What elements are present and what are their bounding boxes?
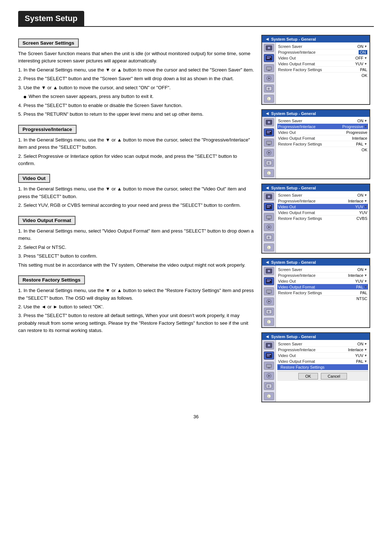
osd-panel-3: ◄ System Setup - General ⚙ 1 Screen Save… xyxy=(261,184,370,254)
svg-text:⚙: ⚙ xyxy=(268,162,270,164)
osd-row-4-6: NTSC xyxy=(277,296,368,301)
osd-row-2-3: Video Out Progressive xyxy=(277,130,368,135)
osd-row-2-4: Video Output Format Interlace xyxy=(277,135,368,141)
svg-text:1: 1 xyxy=(268,320,270,324)
screen-saver-bullet-text: When the screen saver appears, press any… xyxy=(29,93,154,100)
rf-para-1: 1. In the General Settings menu, use the… xyxy=(18,287,255,302)
osd-row-5-1: Screen Saver ON ▼ xyxy=(277,341,368,347)
osd-row-2-1: Screen Saver ON ▼ xyxy=(277,118,368,124)
svg-rect-19 xyxy=(268,144,270,145)
svg-point-14 xyxy=(268,121,270,123)
svg-point-40 xyxy=(268,270,270,272)
osd-row-3-2: Progressive/Interlace Interlace ▼ xyxy=(277,198,368,204)
osd-body-5: ⚙ 1 Screen Saver ON ▼ Progressive/Interl… xyxy=(262,340,369,402)
screen-saver-para-2: 2. Press the "SELECT" button and the "Sc… xyxy=(18,75,255,82)
osd-row-1-6: OK xyxy=(277,73,368,78)
svg-rect-29 xyxy=(267,205,271,206)
svg-rect-31 xyxy=(266,216,271,219)
restore-factory-heading: Restore Factory Settings xyxy=(18,275,85,284)
screen-saver-para-1: 1. In the General Settings menu, use the… xyxy=(18,66,255,74)
svg-point-27 xyxy=(268,196,270,198)
osd-icon-1d xyxy=(264,74,274,82)
osd-panel-5: ◄ System Setup - General ⚙ 1 Screen Save… xyxy=(261,332,370,402)
video-output-format-heading: Video Output Format xyxy=(18,216,75,225)
osd-icon-3d xyxy=(264,223,274,231)
osd-title-2: ◄ System Setup - General xyxy=(262,110,369,117)
svg-text:1: 1 xyxy=(268,172,270,175)
info-icon: ℹ xyxy=(278,365,279,369)
osd-row-1-2: Progressive/Interlace ON xyxy=(277,49,368,55)
svg-text:1: 1 xyxy=(268,97,270,100)
osd-row-1-1: Screen Saver ON ▼ xyxy=(277,44,368,49)
osd-icon-3c xyxy=(264,213,274,221)
osd-sidebar-1: ⚙ 1 xyxy=(262,42,276,104)
osd-row-4-1: Screen Saver ON ▼ xyxy=(277,267,368,272)
osd-title-text-5: System Setup - General xyxy=(271,335,316,339)
osd-row-2-5: Restore Factory Settings PAL ▼ xyxy=(277,141,368,147)
osd-panel-2: ◄ System Setup - General ⚙ 1 Screen Save… xyxy=(261,109,370,179)
osd-arrow-icon-5: ◄ xyxy=(265,334,270,339)
osd-icon-1e: ⚙ xyxy=(264,85,274,93)
osd-icon-1a xyxy=(264,44,274,52)
svg-rect-18 xyxy=(266,141,271,144)
progressive-para-1: 1. In the General Settings menu, use the… xyxy=(18,136,255,151)
osd-icon-5a xyxy=(264,341,274,349)
osd-sidebar-5: ⚙ 1 xyxy=(262,340,276,402)
osd-row-5-2: Progressive/Interlace Interlace ▼ xyxy=(277,347,368,353)
svg-rect-45 xyxy=(268,293,270,294)
video-out-para-2: 2. Select YUV, RGB or CVBS terminal acco… xyxy=(18,202,255,209)
progressive-para-2: 2. Select Progressive or Interlace optio… xyxy=(18,153,255,168)
svg-text:1: 1 xyxy=(268,395,270,398)
osd-content-2: Screen Saver ON ▼ Progressive/Interlace … xyxy=(276,117,369,178)
section-screen-saver: Screen Saver Settings The Screen Saver f… xyxy=(18,35,255,118)
screen-saver-para-0: The Screen Saver function means that whe… xyxy=(18,50,255,65)
svg-text:⚙: ⚙ xyxy=(268,87,270,90)
osd-icon-5f: 1 xyxy=(264,392,274,400)
svg-rect-43 xyxy=(267,281,270,282)
osd-row-3-1: Screen Saver ON ▼ xyxy=(277,192,368,198)
bullet-icon: ● xyxy=(23,93,27,100)
svg-rect-57 xyxy=(266,364,271,368)
vof-para-2: 2. Select Pal or NTSC. xyxy=(18,244,255,251)
osd-dialog-row: OK Cancel xyxy=(277,371,368,381)
svg-rect-3 xyxy=(267,57,271,57)
osd-row-1-5: Restore Factory Settings PAL xyxy=(277,67,368,73)
dialog-ok-button[interactable]: OK xyxy=(298,373,318,379)
osd-icon-1c xyxy=(264,64,274,72)
osd-row-1-4: Video Output Format YUV ▼ xyxy=(277,61,368,67)
osd-row-3-5: Restore Factory Settings CVBS xyxy=(277,216,368,221)
osd-icon-5c xyxy=(264,362,274,370)
section-video-output-format: Video Output Format 1. In the General Se… xyxy=(18,212,255,269)
osd-row-5-4: Video Output Format PAL ▼ xyxy=(277,358,368,364)
osd-body-1: ⚙ 1 Screen Saver ON ▼ Progressive/Interl… xyxy=(262,42,369,104)
osd-row-1-3: Video Out OFF ▼ xyxy=(277,55,368,61)
osd-icon-5d xyxy=(264,372,274,380)
osd-icon-4e: ⚙ xyxy=(264,308,274,316)
osd-body-3: ⚙ 1 Screen Saver ON ▼ Progressive/Interl… xyxy=(262,191,369,253)
osd-title-5: ◄ System Setup - General xyxy=(262,333,369,340)
svg-rect-32 xyxy=(268,219,270,219)
screen-saver-para-3: 3. Use the ▼ or ▲ button to move the cur… xyxy=(18,84,255,91)
osd-row-4-5: Restore Factory Settings PAL xyxy=(277,290,368,296)
svg-rect-17 xyxy=(267,132,270,133)
osd-icon-4c xyxy=(264,287,274,295)
dialog-cancel-button[interactable]: Cancel xyxy=(321,373,347,379)
page-title-bar: System Setup xyxy=(18,11,84,26)
osd-title-3: ◄ System Setup - General xyxy=(262,184,369,191)
osd-icon-2f: 1 xyxy=(264,169,274,177)
osd-row-3-4: Video Output Format YUV xyxy=(277,210,368,216)
vof-para-4: This setting must be in accordance with … xyxy=(18,262,255,269)
osd-arrow-icon-4: ◄ xyxy=(265,260,270,264)
osd-sidebar-4: ⚙ 1 xyxy=(262,266,276,327)
svg-text:⚙: ⚙ xyxy=(268,385,270,387)
svg-rect-55 xyxy=(267,354,271,355)
vof-para-3: 3. Press "SELECT" button to confirm. xyxy=(18,253,255,260)
osd-icon-3e: ⚙ xyxy=(264,233,274,241)
svg-rect-42 xyxy=(267,280,271,280)
svg-rect-6 xyxy=(268,70,270,71)
svg-rect-58 xyxy=(268,368,270,368)
osd-icon-5e: ⚙ xyxy=(264,382,274,390)
section-progressive: Progressive/Interlace 1. In the General … xyxy=(18,121,255,168)
osd-icon-3f: 1 xyxy=(264,243,274,251)
osd-icon-3a xyxy=(264,193,274,201)
